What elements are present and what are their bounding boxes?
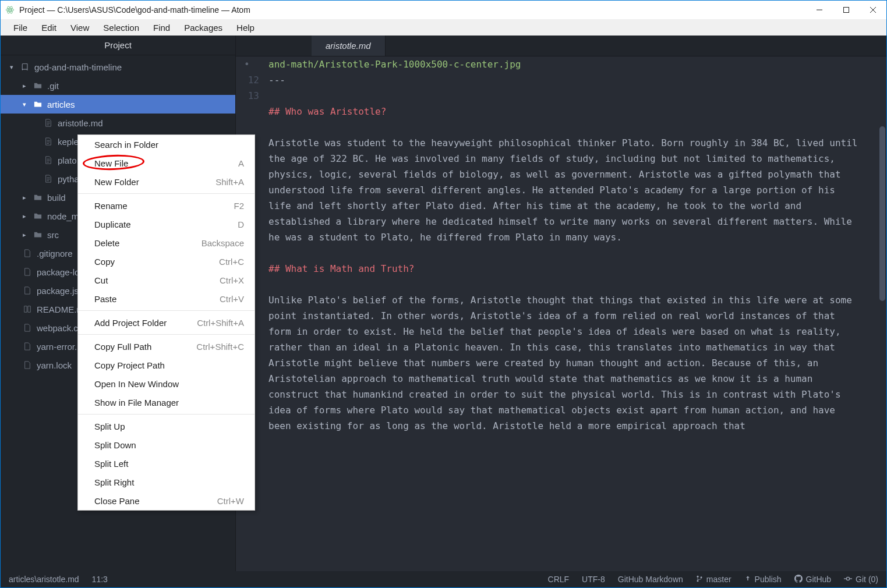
text-editor[interactable]: 12 13 and-math/Aristotle-Park-1000x500-c… bbox=[236, 56, 886, 571]
close-button[interactable] bbox=[860, 1, 886, 19]
status-cursor[interactable]: 11:3 bbox=[92, 575, 108, 584]
maximize-button[interactable] bbox=[833, 1, 860, 19]
folder-icon bbox=[33, 230, 43, 239]
minimize-button[interactable] bbox=[806, 1, 833, 19]
file-icon bbox=[44, 118, 53, 127]
status-filepath[interactable]: articles\aristotle.md bbox=[9, 575, 79, 584]
svg-point-20 bbox=[697, 576, 698, 578]
menu-edit[interactable]: Edit bbox=[36, 22, 62, 34]
tree-label: yarn.lock bbox=[37, 360, 72, 370]
file-icon bbox=[23, 286, 32, 295]
context-menu-item[interactable]: CopyCtrl+C bbox=[78, 252, 255, 271]
chevron-down-icon: ▾ bbox=[23, 101, 29, 108]
context-menu-separator bbox=[78, 193, 255, 194]
context-menu-item[interactable]: Show in File Manager bbox=[78, 393, 255, 412]
titlebar: Project — C:\Users\ASUS\Code\god-and-mat… bbox=[1, 1, 886, 19]
context-menu-shortcut: D bbox=[238, 219, 244, 229]
context-menu-item[interactable]: Open In New Window bbox=[78, 374, 255, 393]
scrollbar[interactable] bbox=[879, 126, 885, 301]
tree-label: aristotle.md bbox=[58, 118, 103, 128]
context-menu-label: Close Pane bbox=[94, 496, 140, 506]
context-menu-item[interactable]: RenameF2 bbox=[78, 196, 255, 215]
context-menu-item[interactable]: Copy Project Path bbox=[78, 356, 255, 374]
context-menu-label: Cut bbox=[94, 275, 108, 285]
tree-folder-articles[interactable]: ▾ articles bbox=[1, 95, 235, 114]
context-menu-item[interactable]: DeleteBackspace bbox=[78, 233, 255, 252]
status-github[interactable]: GitHub bbox=[794, 575, 832, 585]
svg-rect-5 bbox=[844, 8, 849, 13]
context-menu-label: Split Right bbox=[94, 477, 134, 487]
context-menu-label: New File bbox=[94, 158, 128, 168]
context-menu-shortcut: Ctrl+X bbox=[220, 275, 244, 285]
tree-label: build bbox=[47, 193, 66, 203]
context-menu-item[interactable]: Split Down bbox=[78, 435, 255, 454]
file-icon bbox=[23, 267, 32, 277]
context-menu-shortcut: Ctrl+C bbox=[219, 257, 244, 267]
svg-point-22 bbox=[700, 576, 702, 578]
context-menu-shortcut: A bbox=[238, 158, 244, 168]
context-menu-item[interactable]: Copy Full PathCtrl+Shift+C bbox=[78, 337, 255, 356]
menu-selection[interactable]: Selection bbox=[97, 22, 145, 34]
context-menu-item[interactable]: Split Left bbox=[78, 454, 255, 473]
status-publish[interactable]: Publish bbox=[744, 575, 782, 584]
chevron-right-icon: ▸ bbox=[23, 82, 29, 90]
context-menu-shortcut: Shift+A bbox=[215, 177, 244, 187]
context-menu-label: Paste bbox=[94, 294, 116, 304]
code-content[interactable]: and-math/Aristotle-Park-1000x500-c-cente… bbox=[268, 56, 886, 571]
file-icon bbox=[44, 155, 53, 165]
context-menu-item[interactable]: Split Right bbox=[78, 473, 255, 491]
status-branch[interactable]: master bbox=[696, 575, 731, 584]
context-menu: Search in FolderNew FileANew FolderShift… bbox=[77, 134, 255, 511]
context-menu-item[interactable]: New FileA bbox=[78, 154, 255, 172]
menubar: File Edit View Selection Find Packages H… bbox=[1, 19, 886, 36]
file-icon bbox=[44, 174, 53, 183]
context-menu-item[interactable]: Search in Folder bbox=[78, 135, 255, 154]
context-menu-label: Delete bbox=[94, 238, 119, 248]
tree-label: .gitignore bbox=[37, 249, 73, 258]
context-menu-separator bbox=[78, 310, 255, 311]
context-menu-label: Add Project Folder bbox=[94, 318, 167, 328]
context-menu-label: Copy Project Path bbox=[94, 360, 165, 370]
status-grammar[interactable]: GitHub Markdown bbox=[618, 575, 683, 584]
window-controls bbox=[806, 1, 886, 19]
context-menu-shortcut: F2 bbox=[234, 201, 244, 211]
menu-find[interactable]: Find bbox=[147, 22, 176, 34]
menu-packages[interactable]: Packages bbox=[178, 22, 228, 34]
folder-icon bbox=[33, 100, 43, 109]
atom-icon bbox=[5, 5, 15, 15]
context-menu-item[interactable]: CutCtrl+X bbox=[78, 271, 255, 289]
tree-folder-git[interactable]: ▸ .git bbox=[1, 76, 235, 95]
tree-root-label: god-and-math-timeline bbox=[34, 62, 122, 72]
context-menu-item[interactable]: Close PaneCtrl+W bbox=[78, 491, 255, 510]
status-git[interactable]: Git (0) bbox=[844, 575, 878, 584]
tab-bar: aristotle.md bbox=[236, 36, 886, 56]
context-menu-item[interactable]: Split Up bbox=[78, 417, 255, 435]
menu-view[interactable]: View bbox=[65, 22, 95, 34]
context-menu-label: Open In New Window bbox=[94, 379, 179, 389]
tree-root[interactable]: ▾ god-and-math-timeline bbox=[1, 58, 235, 76]
folder-icon bbox=[33, 193, 43, 202]
tree-label: src bbox=[47, 230, 59, 240]
context-menu-shortcut: Ctrl+W bbox=[217, 496, 244, 506]
window-title: Project — C:\Users\ASUS\Code\god-and-mat… bbox=[19, 5, 806, 15]
file-icon bbox=[44, 137, 53, 146]
context-menu-item[interactable]: New FolderShift+A bbox=[78, 172, 255, 191]
context-menu-label: Copy bbox=[94, 257, 115, 267]
tab-aristotle[interactable]: aristotle.md bbox=[312, 36, 386, 56]
svg-point-23 bbox=[846, 577, 849, 580]
status-eol[interactable]: CRLF bbox=[548, 575, 570, 584]
context-menu-item[interactable]: PasteCtrl+V bbox=[78, 289, 255, 308]
upload-icon bbox=[744, 575, 751, 584]
folder-icon bbox=[33, 81, 43, 90]
context-menu-label: Show in File Manager bbox=[94, 398, 179, 408]
menu-help[interactable]: Help bbox=[231, 22, 260, 34]
context-menu-item[interactable]: Add Project FolderCtrl+Shift+A bbox=[78, 313, 255, 332]
status-encoding[interactable]: UTF-8 bbox=[582, 575, 605, 584]
context-menu-item[interactable]: DuplicateD bbox=[78, 215, 255, 233]
context-menu-shortcut: Ctrl+Shift+A bbox=[197, 318, 244, 328]
tree-file[interactable]: aristotle.md bbox=[1, 114, 235, 132]
context-menu-shortcut: Backspace bbox=[202, 238, 244, 248]
context-menu-separator bbox=[78, 414, 255, 415]
menu-file[interactable]: File bbox=[8, 22, 33, 34]
context-menu-label: Search in Folder bbox=[94, 140, 158, 150]
